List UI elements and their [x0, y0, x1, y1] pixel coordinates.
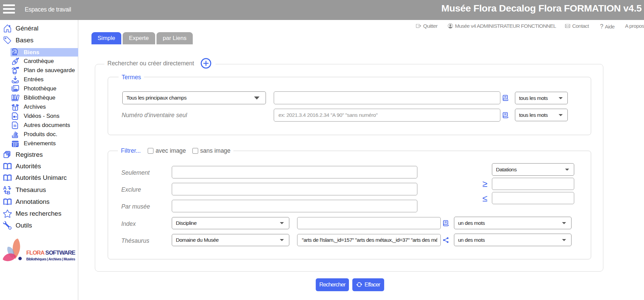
svg-text:B: B	[7, 190, 11, 194]
svg-text:Bibliothèques | Archives | Mus: Bibliothèques | Archives | Musées	[26, 257, 76, 261]
svg-text:A: A	[3, 186, 7, 191]
svg-text:FLORA SOFTWARE: FLORA SOFTWARE	[26, 250, 76, 256]
